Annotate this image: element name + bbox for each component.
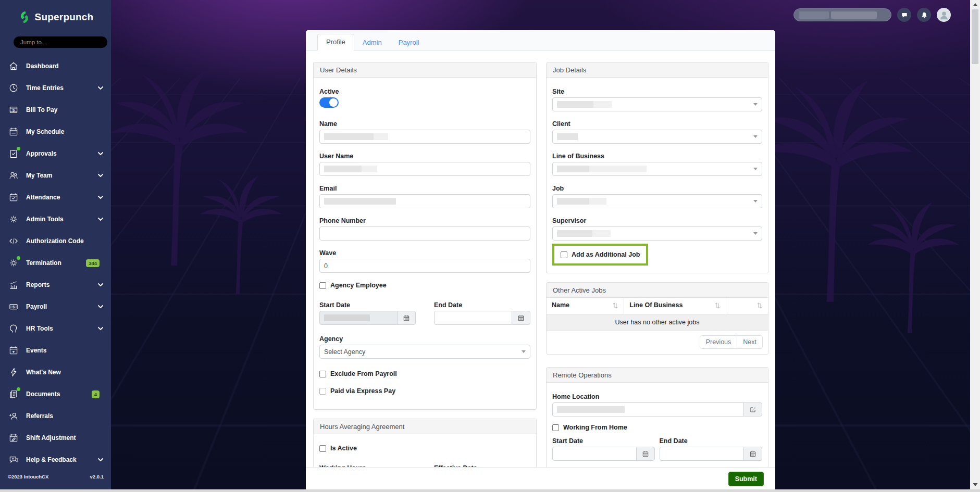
sidebar-item-whats-new[interactable]: What's New <box>0 361 111 383</box>
scroll-up-icon[interactable] <box>973 3 978 7</box>
add-additional-job-checkbox[interactable] <box>561 251 567 258</box>
exclude-payroll-checkbox-row: Exclude From Payroll <box>319 370 530 377</box>
hours-averaging-card: Hours Averaging Agreement Is Active Work… <box>313 419 537 467</box>
column-header-blank[interactable] <box>726 298 768 314</box>
count-badge: 4 <box>92 390 100 398</box>
notifications-bell-button[interactable] <box>917 8 931 22</box>
chat-bubble-button[interactable] <box>897 8 911 22</box>
active-toggle[interactable] <box>319 97 339 108</box>
sidebar-item-hr-tools[interactable]: HR Tools <box>0 318 111 339</box>
notification-dot <box>17 387 20 391</box>
redacted-value <box>589 166 647 172</box>
ro-end-date-label: End Date <box>660 437 762 445</box>
notification-dot <box>17 256 20 260</box>
sidebar-item-attendance[interactable]: Attendance <box>0 186 111 208</box>
sidebar-item-shift-adjustment[interactable]: Shift Adjustment <box>0 427 111 449</box>
start-date-input[interactable] <box>319 311 398 325</box>
home-location-label: Home Location <box>552 393 762 400</box>
column-header-name[interactable]: Name <box>547 298 624 314</box>
sidebar-item-events[interactable]: Events <box>0 339 111 361</box>
calendar-button[interactable] <box>743 447 762 461</box>
tab-admin[interactable]: Admin <box>354 35 390 51</box>
chevron-down-icon <box>97 217 104 221</box>
sidebar-item-admin-tools[interactable]: Admin Tools <box>0 208 111 230</box>
exclude-payroll-label: Exclude From Payroll <box>330 370 397 377</box>
sidebar-item-referrals[interactable]: Referrals <box>0 405 111 427</box>
topbar-search-pill[interactable] <box>793 8 891 21</box>
previous-button[interactable]: Previous <box>700 335 738 349</box>
ro-start-date-input[interactable] <box>552 447 637 461</box>
home-location-input[interactable] <box>552 402 744 417</box>
sidebar-nav: Dashboard Time Entries Bill To Pay My Sc… <box>0 55 111 471</box>
supervisor-select[interactable] <box>552 226 762 241</box>
user-details-card: User Details Active Name User N <box>313 62 537 410</box>
version-text: v2.0.1 <box>90 474 104 480</box>
card-title: Remote Operations <box>547 368 768 383</box>
end-date-label: End Date <box>434 301 530 309</box>
sidebar-item-help-feedback[interactable]: Help & Feedback <box>0 449 111 471</box>
scroll-down-icon[interactable] <box>973 483 978 487</box>
end-date-input[interactable] <box>434 311 512 325</box>
sidebar-item-dashboard[interactable]: Dashboard <box>0 55 111 77</box>
calendar-button[interactable] <box>636 447 655 461</box>
people-icon <box>8 170 19 181</box>
sidebar-item-my-team[interactable]: My Team <box>0 165 111 186</box>
job-label: Job <box>552 185 762 192</box>
client-select[interactable] <box>552 130 762 144</box>
express-pay-label: Paid via Express Pay <box>330 387 395 395</box>
chevron-down-icon <box>753 200 758 203</box>
line-of-business-select[interactable] <box>552 162 762 176</box>
redacted-value <box>557 198 589 205</box>
name-label: Name <box>319 120 530 128</box>
express-pay-checkbox[interactable] <box>319 388 326 395</box>
exclude-payroll-checkbox[interactable] <box>319 371 326 377</box>
edit-button[interactable] <box>743 402 762 417</box>
horizontal-scrollbar[interactable] <box>0 489 980 492</box>
sidebar-item-reports[interactable]: Reports <box>0 274 111 296</box>
wave-input[interactable]: 0 <box>319 259 530 273</box>
email-input[interactable] <box>319 194 530 208</box>
submit-button[interactable]: Submit <box>728 472 764 486</box>
sidebar-item-authorization-code[interactable]: Authorization Code <box>0 230 111 252</box>
topbar-right <box>793 8 951 22</box>
sidebar-item-termination[interactable]: Termination 344 <box>0 252 111 274</box>
sidebar-item-time-entries[interactable]: Time Entries <box>0 77 111 99</box>
next-button[interactable]: Next <box>737 335 763 349</box>
calendar-button[interactable] <box>512 311 530 325</box>
sidebar-item-approvals[interactable]: Approvals <box>0 143 111 165</box>
column-header-line-of-business[interactable]: Line Of Business <box>624 298 726 314</box>
line-of-business-label: Line of Business <box>552 153 762 160</box>
sidebar-item-payroll[interactable]: Payroll <box>0 296 111 318</box>
job-select[interactable] <box>552 194 762 208</box>
pagination: Previous Next <box>547 331 768 354</box>
lightning-icon <box>8 367 19 378</box>
sidebar-item-bill-to-pay[interactable]: Bill To Pay <box>0 99 111 121</box>
vertical-scrollbar[interactable] <box>970 0 980 489</box>
is-active-checkbox[interactable] <box>319 445 326 452</box>
bill-icon <box>8 104 19 116</box>
name-input[interactable] <box>319 130 530 144</box>
user-name-input[interactable] <box>319 162 530 176</box>
gear-icon <box>8 257 19 269</box>
redacted-value <box>593 101 612 108</box>
scrollbar-thumb[interactable] <box>972 9 978 64</box>
phone-input[interactable] <box>319 226 530 241</box>
tab-payroll[interactable]: Payroll <box>390 35 428 51</box>
avatar[interactable] <box>937 8 951 22</box>
card-title: Other Active Jobs <box>547 283 768 298</box>
tab-profile[interactable]: Profile <box>317 34 354 51</box>
sidebar-item-my-schedule[interactable]: My Schedule <box>0 121 111 143</box>
site-select[interactable] <box>552 97 762 111</box>
agency-employee-checkbox[interactable] <box>319 282 326 289</box>
agency-select[interactable]: Select Agency <box>319 345 530 359</box>
wfh-checkbox-row: Working From Home <box>552 424 762 431</box>
ro-end-date-input[interactable] <box>660 447 744 461</box>
add-additional-job-label: Add as Additional Job <box>572 251 640 258</box>
calendar-button[interactable] <box>397 311 416 325</box>
site-label: Site <box>552 88 762 95</box>
sidebar-item-documents[interactable]: Documents 4 <box>0 383 111 405</box>
superpunch-logo-icon <box>18 10 31 24</box>
jump-to-input[interactable] <box>14 36 107 48</box>
wfh-checkbox[interactable] <box>552 424 559 431</box>
other-active-jobs-table: Name Line Of Business <box>547 298 768 314</box>
